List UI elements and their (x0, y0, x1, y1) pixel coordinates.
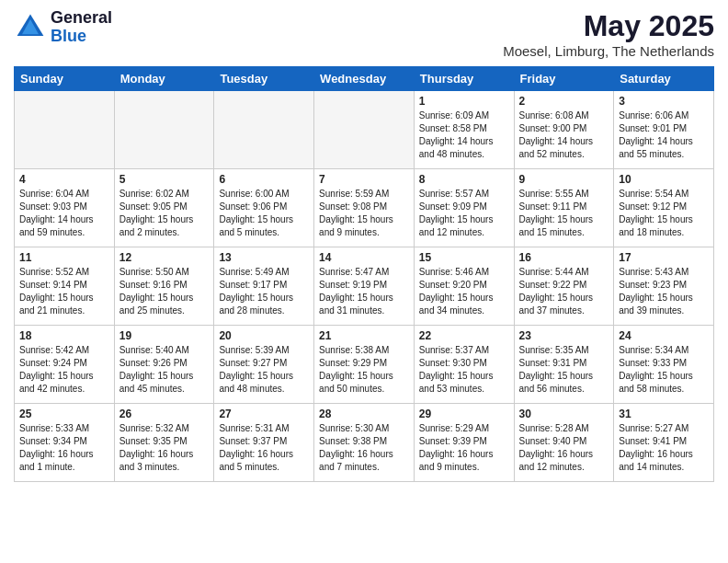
day-number: 25 (19, 408, 109, 420)
day-number: 16 (519, 251, 609, 264)
day-number: 11 (19, 251, 109, 264)
calendar-week-4: 18Sunrise: 5:42 AM Sunset: 9:24 PM Dayli… (15, 326, 714, 404)
logo-general-text: General (51, 8, 112, 27)
day-info: Sunrise: 5:34 AM Sunset: 9:33 PM Dayligh… (619, 344, 709, 396)
calendar-cell: 9Sunrise: 5:55 AM Sunset: 9:11 PM Daylig… (514, 169, 614, 247)
day-info: Sunrise: 5:38 AM Sunset: 9:29 PM Dayligh… (319, 344, 409, 396)
logo-icon (14, 11, 47, 44)
title-block: May 2025 Moesel, Limburg, The Netherland… (503, 9, 714, 59)
day-number: 10 (619, 173, 709, 186)
weekday-header-row: SundayMondayTuesdayWednesdayThursdayFrid… (15, 67, 714, 91)
page-header: General Blue May 2025 Moesel, Limburg, T… (14, 9, 714, 59)
day-number: 14 (319, 251, 409, 264)
day-info: Sunrise: 5:32 AM Sunset: 9:35 PM Dayligh… (119, 422, 210, 474)
day-info: Sunrise: 5:52 AM Sunset: 9:14 PM Dayligh… (19, 266, 109, 317)
calendar-week-1: 1Sunrise: 6:09 AM Sunset: 8:58 PM Daylig… (15, 91, 714, 169)
day-number: 29 (419, 408, 509, 420)
day-number: 19 (119, 329, 210, 342)
day-info: Sunrise: 5:44 AM Sunset: 9:22 PM Dayligh… (519, 266, 609, 317)
calendar-cell: 17Sunrise: 5:43 AM Sunset: 9:23 PM Dayli… (614, 247, 714, 326)
day-number: 26 (119, 408, 210, 420)
calendar-cell: 13Sunrise: 5:49 AM Sunset: 9:17 PM Dayli… (214, 247, 314, 326)
calendar-cell: 4Sunrise: 6:04 AM Sunset: 9:03 PM Daylig… (15, 169, 115, 247)
calendar-cell (114, 91, 214, 169)
day-info: Sunrise: 5:55 AM Sunset: 9:11 PM Dayligh… (519, 188, 609, 239)
logo-blue-text: Blue (51, 27, 86, 45)
day-number: 6 (219, 173, 309, 186)
calendar-cell: 5Sunrise: 6:02 AM Sunset: 9:05 PM Daylig… (114, 169, 214, 247)
weekday-header-sunday: Sunday (15, 67, 115, 91)
calendar-cell: 29Sunrise: 5:29 AM Sunset: 9:39 PM Dayli… (414, 404, 514, 482)
weekday-header-monday: Monday (114, 67, 214, 91)
calendar-week-5: 25Sunrise: 5:33 AM Sunset: 9:34 PM Dayli… (15, 404, 714, 482)
day-info: Sunrise: 5:28 AM Sunset: 9:40 PM Dayligh… (519, 422, 609, 474)
day-info: Sunrise: 5:50 AM Sunset: 9:16 PM Dayligh… (119, 266, 210, 317)
day-info: Sunrise: 5:49 AM Sunset: 9:17 PM Dayligh… (219, 266, 309, 317)
calendar-cell: 23Sunrise: 5:35 AM Sunset: 9:31 PM Dayli… (514, 326, 614, 404)
calendar-week-2: 4Sunrise: 6:04 AM Sunset: 9:03 PM Daylig… (15, 169, 714, 247)
day-number: 23 (519, 329, 609, 342)
calendar-cell: 16Sunrise: 5:44 AM Sunset: 9:22 PM Dayli… (514, 247, 614, 326)
calendar-cell (214, 91, 314, 169)
day-number: 9 (519, 173, 609, 186)
day-info: Sunrise: 5:30 AM Sunset: 9:38 PM Dayligh… (319, 422, 409, 474)
day-number: 2 (519, 95, 609, 108)
day-number: 5 (119, 173, 210, 186)
day-info: Sunrise: 5:59 AM Sunset: 9:08 PM Dayligh… (319, 188, 409, 239)
calendar-cell: 19Sunrise: 5:40 AM Sunset: 9:26 PM Dayli… (114, 326, 214, 404)
day-number: 21 (319, 329, 409, 342)
calendar-cell: 15Sunrise: 5:46 AM Sunset: 9:20 PM Dayli… (414, 247, 514, 326)
day-info: Sunrise: 5:31 AM Sunset: 9:37 PM Dayligh… (219, 422, 309, 474)
day-info: Sunrise: 5:40 AM Sunset: 9:26 PM Dayligh… (119, 344, 210, 396)
month-title: May 2025 (503, 9, 714, 43)
day-info: Sunrise: 5:29 AM Sunset: 9:39 PM Dayligh… (419, 422, 509, 474)
day-number: 12 (119, 251, 210, 264)
day-number: 28 (319, 408, 409, 420)
day-info: Sunrise: 6:04 AM Sunset: 9:03 PM Dayligh… (19, 188, 109, 239)
day-info: Sunrise: 5:57 AM Sunset: 9:09 PM Dayligh… (419, 188, 509, 239)
logo: General Blue (14, 9, 112, 46)
calendar-cell: 10Sunrise: 5:54 AM Sunset: 9:12 PM Dayli… (614, 169, 714, 247)
day-number: 3 (619, 95, 709, 108)
day-number: 17 (619, 251, 709, 264)
day-number: 7 (319, 173, 409, 186)
day-number: 4 (19, 173, 109, 186)
day-info: Sunrise: 6:09 AM Sunset: 8:58 PM Dayligh… (419, 109, 509, 161)
day-number: 18 (19, 329, 109, 342)
day-info: Sunrise: 6:02 AM Sunset: 9:05 PM Dayligh… (119, 188, 210, 239)
calendar-cell: 1Sunrise: 6:09 AM Sunset: 8:58 PM Daylig… (414, 91, 514, 169)
calendar-cell: 28Sunrise: 5:30 AM Sunset: 9:38 PM Dayli… (314, 404, 415, 482)
day-info: Sunrise: 5:27 AM Sunset: 9:41 PM Dayligh… (619, 422, 709, 474)
day-info: Sunrise: 5:47 AM Sunset: 9:19 PM Dayligh… (319, 266, 409, 317)
day-info: Sunrise: 6:00 AM Sunset: 9:06 PM Dayligh… (219, 188, 309, 239)
day-info: Sunrise: 5:46 AM Sunset: 9:20 PM Dayligh… (419, 266, 509, 317)
day-info: Sunrise: 5:54 AM Sunset: 9:12 PM Dayligh… (619, 188, 709, 239)
day-info: Sunrise: 5:37 AM Sunset: 9:30 PM Dayligh… (419, 344, 509, 396)
calendar-table: SundayMondayTuesdayWednesdayThursdayFrid… (14, 66, 714, 482)
day-number: 13 (219, 251, 309, 264)
day-number: 31 (619, 408, 709, 420)
day-number: 15 (419, 251, 509, 264)
day-info: Sunrise: 5:43 AM Sunset: 9:23 PM Dayligh… (619, 266, 709, 317)
calendar-cell: 30Sunrise: 5:28 AM Sunset: 9:40 PM Dayli… (514, 404, 614, 482)
day-info: Sunrise: 5:33 AM Sunset: 9:34 PM Dayligh… (19, 422, 109, 474)
calendar-cell: 25Sunrise: 5:33 AM Sunset: 9:34 PM Dayli… (15, 404, 115, 482)
calendar-cell: 3Sunrise: 6:06 AM Sunset: 9:01 PM Daylig… (614, 91, 714, 169)
day-number: 24 (619, 329, 709, 342)
day-info: Sunrise: 5:39 AM Sunset: 9:27 PM Dayligh… (219, 344, 309, 396)
calendar-cell: 12Sunrise: 5:50 AM Sunset: 9:16 PM Dayli… (114, 247, 214, 326)
calendar-cell: 31Sunrise: 5:27 AM Sunset: 9:41 PM Dayli… (614, 404, 714, 482)
weekday-header-wednesday: Wednesday (314, 67, 415, 91)
weekday-header-friday: Friday (514, 67, 614, 91)
weekday-header-saturday: Saturday (614, 67, 714, 91)
calendar-cell: 8Sunrise: 5:57 AM Sunset: 9:09 PM Daylig… (414, 169, 514, 247)
calendar-cell: 2Sunrise: 6:08 AM Sunset: 9:00 PM Daylig… (514, 91, 614, 169)
weekday-header-thursday: Thursday (414, 67, 514, 91)
day-info: Sunrise: 6:08 AM Sunset: 9:00 PM Dayligh… (519, 109, 609, 161)
day-number: 1 (419, 95, 509, 108)
weekday-header-tuesday: Tuesday (214, 67, 314, 91)
calendar-cell: 26Sunrise: 5:32 AM Sunset: 9:35 PM Dayli… (114, 404, 214, 482)
calendar-cell: 21Sunrise: 5:38 AM Sunset: 9:29 PM Dayli… (314, 326, 415, 404)
calendar-cell: 22Sunrise: 5:37 AM Sunset: 9:30 PM Dayli… (414, 326, 514, 404)
day-number: 8 (419, 173, 509, 186)
